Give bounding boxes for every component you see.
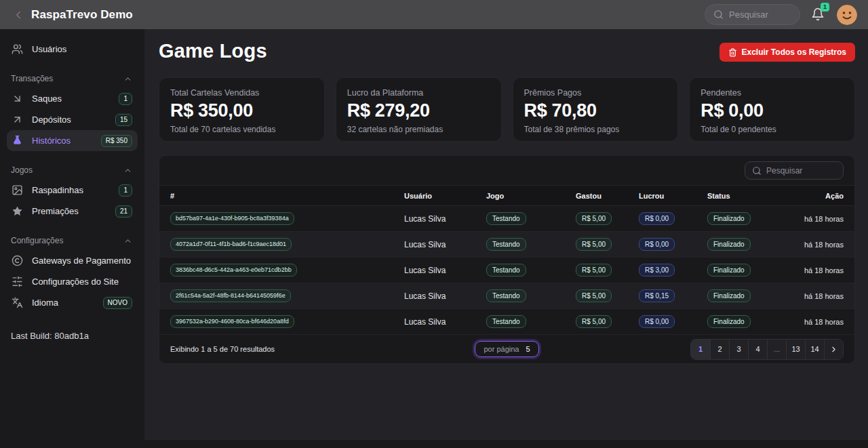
page-button-3[interactable]: 3 — [729, 340, 748, 359]
chevron-up-icon — [123, 237, 132, 245]
table-header-row: # Usuário Jogo Gastou Lucrou Status Ação — [159, 185, 854, 206]
log-id-chip[interactable]: bd57ba97-4a1e-430f-b905-bc8a3f39384a — [170, 212, 294, 225]
notifications-button[interactable]: 1 — [811, 7, 826, 22]
log-id-chip[interactable]: 3967532a-b290-4608-80ca-bf646d20a8fd — [170, 315, 294, 328]
table-search[interactable] — [745, 161, 844, 180]
table-row: 4072a1d7-0f11-4f1b-bad6-f1c9aec18d01 Luc… — [159, 232, 854, 258]
flask-icon — [11, 135, 23, 147]
page-title: Game Logs — [159, 40, 267, 62]
section-label: Configurações — [11, 236, 63, 245]
col-header-usuario: Usuário — [404, 192, 486, 200]
search-icon — [713, 9, 724, 20]
count-badge: 15 — [115, 114, 132, 126]
back-button[interactable] — [11, 7, 26, 22]
stat-sub: Total de 70 cartelas vendidas — [170, 125, 313, 134]
col-header-acao: Ação — [783, 192, 844, 200]
sidebar-item-idioma[interactable]: Idioma NOVO — [7, 292, 138, 313]
table-row: 3836bc48-d6c5-442a-a463-e0eb71cdb2bb Luc… — [159, 258, 854, 283]
log-id-chip[interactable]: 3836bc48-d6c5-442a-a463-e0eb71cdb2bb — [170, 264, 297, 277]
sidebar-item-label: Históricos — [32, 136, 71, 146]
next-page-button[interactable] — [824, 340, 843, 359]
spent-chip: R$ 5,00 — [576, 289, 612, 303]
sidebar-item-saques[interactable]: Saques 1 — [7, 88, 138, 109]
won-chip: R$ 3,00 — [639, 264, 675, 277]
count-badge: 21 — [115, 205, 132, 218]
cell-time: há 18 horas — [783, 215, 844, 223]
stat-sub: Total de 0 pendentes — [701, 125, 844, 134]
page-button-14[interactable]: 14 — [805, 340, 824, 359]
global-search-input[interactable] — [729, 9, 790, 20]
status-chip: Finalizado — [707, 212, 751, 226]
stat-card-pendentes: Pendentes R$ 0,00 Total de 0 pendentes — [689, 77, 855, 142]
col-header-status: Status — [707, 192, 783, 200]
stat-value: R$ 70,80 — [524, 100, 667, 121]
cell-time: há 18 horas — [783, 266, 844, 274]
spent-chip: R$ 5,00 — [576, 264, 612, 277]
col-header-lucrou: Lucrou — [639, 192, 707, 200]
sidebar-item-depositos[interactable]: Depósitos 15 — [7, 109, 138, 130]
app-window: RaspaTrevo Demo 1 — [0, 0, 868, 448]
status-chip: Finalizado — [707, 289, 751, 303]
image-icon — [11, 184, 23, 197]
bottom-bar — [0, 440, 868, 448]
sidebar-item-config-site[interactable]: Configurações do Site — [7, 271, 138, 292]
per-page-label: por página — [484, 345, 519, 353]
sidebar: Usuários Transações Saques 1 Depósit — [0, 29, 144, 448]
col-header-gastou: Gastou — [576, 192, 639, 200]
logs-table: # Usuário Jogo Gastou Lucrou Status Ação… — [159, 155, 855, 364]
table-row: bd57ba97-4a1e-430f-b905-bc8a3f39384a Luc… — [159, 206, 854, 232]
sidebar-item-label: Premiações — [32, 206, 79, 216]
chevron-up-icon — [123, 166, 132, 175]
spent-chip: R$ 5,00 — [576, 315, 612, 329]
global-search[interactable] — [705, 4, 800, 25]
trash-icon — [728, 48, 737, 57]
col-header-id: # — [170, 192, 404, 200]
sidebar-item-label: Raspadinhas — [32, 185, 83, 195]
results-summary: Exibindo 1 a 5 de 70 resultados — [170, 345, 475, 353]
stat-label: Prêmios Pagos — [524, 88, 667, 98]
stat-card-total-vendidas: Total Cartelas Vendidas R$ 350,00 Total … — [159, 77, 325, 142]
cell-user: Lucas Silva — [404, 317, 486, 327]
table-footer: Exibindo 1 a 5 de 70 resultados por pági… — [159, 335, 854, 363]
table-search-input[interactable] — [766, 166, 834, 176]
topbar: RaspaTrevo Demo 1 — [0, 0, 868, 29]
page-button-13[interactable]: 13 — [786, 340, 805, 359]
page-button-2[interactable]: 2 — [710, 340, 729, 359]
cell-user: Lucas Silva — [404, 266, 486, 275]
sidebar-item-gateways[interactable]: Gateways de Pagamento — [7, 250, 138, 271]
sidebar-item-label: Idioma — [32, 298, 58, 308]
stat-label: Lucro da Plataforma — [347, 88, 490, 98]
spent-chip: R$ 5,00 — [576, 238, 612, 251]
sidebar-item-premiacoes[interactable]: Premiações 21 — [7, 201, 138, 222]
delete-all-records-button[interactable]: Excluir Todos os Registros — [719, 43, 855, 62]
main-content: Game Logs Excluir Todos os Registros Tot… — [144, 29, 868, 448]
chevron-up-icon — [123, 75, 132, 83]
sidebar-section-configuracoes[interactable]: Configurações — [7, 231, 138, 250]
log-id-chip[interactable]: 2f61c54a-5a2f-48fb-8144-b64145059f6e — [170, 289, 291, 302]
sidebar-item-usuarios[interactable]: Usuários — [7, 39, 138, 60]
coin-icon — [11, 255, 23, 267]
count-badge: 1 — [119, 184, 132, 197]
stat-sub: 32 cartelas não premiadas — [347, 125, 490, 134]
amount-badge: R$ 350 — [101, 135, 132, 147]
avatar[interactable] — [837, 5, 857, 25]
sidebar-section-jogos[interactable]: Jogos — [7, 161, 138, 180]
users-icon — [11, 43, 23, 56]
sidebar-item-raspadinhas[interactable]: Raspadinhas 1 — [7, 180, 138, 201]
sidebar-section-transacoes[interactable]: Transações — [7, 69, 138, 88]
game-chip: Testando — [486, 315, 526, 329]
cell-user: Lucas Silva — [404, 214, 486, 224]
log-id-chip[interactable]: 4072a1d7-0f11-4f1b-bad6-f1c9aec18d01 — [170, 238, 292, 251]
game-chip: Testando — [486, 264, 526, 277]
sidebar-item-historicos[interactable]: Históricos R$ 350 — [7, 130, 138, 151]
sidebar-item-label: Depósitos — [32, 115, 71, 125]
sidebar-item-label: Saques — [32, 94, 62, 104]
page-button-1[interactable]: 1 — [691, 340, 710, 359]
spent-chip: R$ 5,00 — [576, 212, 612, 226]
cell-time: há 18 horas — [783, 241, 844, 249]
page-button-4[interactable]: 4 — [748, 340, 767, 359]
section-label: Transações — [11, 74, 53, 83]
status-chip: Finalizado — [707, 315, 751, 329]
cell-user: Lucas Silva — [404, 291, 486, 301]
per-page-selector[interactable]: por página 5 — [475, 341, 538, 357]
